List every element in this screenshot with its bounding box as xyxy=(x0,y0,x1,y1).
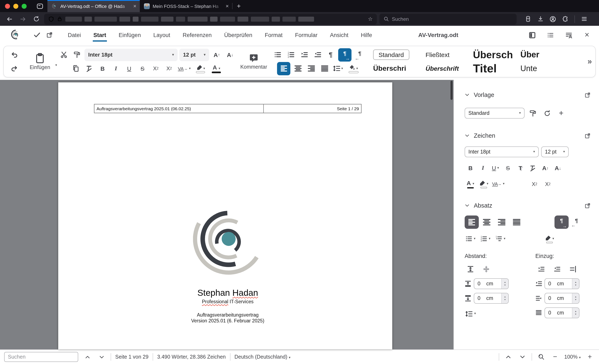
superscript-icon[interactable]: X2 xyxy=(163,62,175,74)
align-left-icon[interactable] xyxy=(277,62,291,75)
clear-formatting-icon[interactable] xyxy=(527,162,539,174)
format-paintbrush-icon[interactable] xyxy=(71,49,83,61)
lock-icon[interactable] xyxy=(57,16,62,22)
align-center-icon[interactable] xyxy=(292,62,304,74)
new-tab-button[interactable]: + xyxy=(233,0,245,12)
font-name-dropdown-icon[interactable]: ▾ xyxy=(172,53,174,56)
minimize-window-button[interactable] xyxy=(13,4,18,9)
open-dialog-icon[interactable] xyxy=(584,92,591,98)
ltr-direction-icon[interactable]: ¶ → xyxy=(338,48,352,61)
previous-page-icon[interactable] xyxy=(503,352,513,362)
style-ueberschrift-4[interactable]: Überschrift xyxy=(420,65,469,72)
style-untertitel[interactable]: Unte xyxy=(518,64,557,73)
paste-button[interactable]: Einfügen ▾ xyxy=(22,48,58,75)
grow-font-icon[interactable]: A↑ xyxy=(211,49,222,61)
indent-after-text-icon[interactable] xyxy=(567,263,579,275)
menu-ansicht[interactable]: Ansicht xyxy=(324,26,355,44)
spinner-arrows[interactable]: ▴▾ xyxy=(572,279,579,289)
font-size-combobox[interactable]: 12 pt ▾ xyxy=(179,48,209,61)
ltr-direction-icon[interactable]: ¶ → xyxy=(555,215,569,229)
grow-font-icon[interactable]: A↑ xyxy=(539,162,551,174)
shrink-font-icon[interactable]: A↓ xyxy=(224,49,236,61)
line-spacing-icon[interactable]: ▾ xyxy=(465,308,477,320)
underline-icon[interactable]: U▾ xyxy=(490,162,501,174)
bullet-list-icon[interactable] xyxy=(272,49,283,61)
shield-icon[interactable] xyxy=(48,16,54,22)
word-count[interactable]: 3.490 Wörter, 28.386 Zeichen xyxy=(157,354,226,360)
downloads-icon[interactable] xyxy=(535,14,546,24)
increase-indent-icon[interactable] xyxy=(298,49,310,61)
user-list-icon[interactable] xyxy=(562,29,575,41)
sidebar-font-name-select[interactable]: Inter 18pt ▾ xyxy=(465,146,539,157)
space-below-spinfield[interactable]: 0 cm ▴▾ xyxy=(474,293,509,304)
line-spacing-icon[interactable]: ▾ xyxy=(332,62,344,74)
rtl-direction-icon[interactable]: ¶ ← xyxy=(353,48,366,61)
align-center-icon[interactable] xyxy=(480,216,494,228)
outline-list-icon[interactable]: 1 ▾ xyxy=(495,233,506,245)
open-in-new-icon[interactable] xyxy=(43,29,56,41)
subscript-icon[interactable]: X2 xyxy=(542,178,554,190)
spinner-arrows[interactable]: ▴▾ xyxy=(572,293,579,303)
search-previous-icon[interactable] xyxy=(82,352,92,362)
style-fliesstext[interactable]: Fließtext xyxy=(420,51,469,58)
close-document-icon[interactable]: × xyxy=(581,29,593,41)
indent-before-spinfield[interactable]: 0 cm ▴▾ xyxy=(545,278,580,289)
undo-icon[interactable] xyxy=(8,49,20,61)
document-search-input[interactable]: Suchen xyxy=(4,352,78,362)
space-above-spinfield[interactable]: 0 cm ▴▾ xyxy=(474,278,509,289)
indent-after-spinfield[interactable]: 0 cm ▴▾ xyxy=(545,293,580,304)
toolbar-overflow-button[interactable]: » xyxy=(588,57,592,66)
character-spacing-icon[interactable]: VA↔▾ xyxy=(176,62,192,74)
menu-start[interactable]: Start xyxy=(87,26,113,44)
redo-icon[interactable] xyxy=(8,62,20,74)
style-titel[interactable]: Titel xyxy=(469,62,518,75)
strikethrough-icon[interactable]: S xyxy=(137,62,148,74)
page-count[interactable]: Seite 1 von 29 xyxy=(115,354,149,360)
list-view-icon[interactable] xyxy=(544,29,556,41)
font-name-combobox[interactable]: Inter 18pt ▾ xyxy=(84,48,178,61)
character-spacing-icon[interactable]: VA↔▾ xyxy=(491,178,505,190)
next-page-icon[interactable] xyxy=(517,352,527,362)
font-color-icon[interactable]: A▾ xyxy=(465,178,476,190)
paste-dropdown-icon[interactable]: ▾ xyxy=(55,64,57,67)
menu-layout[interactable]: Layout xyxy=(147,26,176,44)
document-page[interactable]: Auftragsverarbeitungsvertrag 2025.01 (06… xyxy=(58,82,392,349)
menu-format[interactable]: Format xyxy=(258,26,289,44)
search-next-icon[interactable] xyxy=(97,352,106,362)
style-ueberschrift-1[interactable]: Übersch xyxy=(469,49,518,61)
bold-icon[interactable]: B xyxy=(97,62,108,74)
paragraph-background-icon[interactable]: ▾ xyxy=(544,233,555,245)
increase-indent-icon[interactable] xyxy=(535,263,547,275)
increase-paragraph-spacing-icon[interactable] xyxy=(465,263,476,275)
menu-hamburger-icon[interactable] xyxy=(579,14,590,24)
superscript-icon[interactable]: X2 xyxy=(529,178,540,190)
browser-tab-active[interactable]: AV-Vertrag.odt – Office @ Hada × xyxy=(47,0,140,12)
numbered-list-icon[interactable]: 123 xyxy=(285,49,297,61)
language-selector[interactable]: Deutsch (Deutschland) ▾ xyxy=(234,354,290,360)
bold-icon[interactable]: B xyxy=(465,162,476,174)
bookmark-star-icon[interactable]: ☆ xyxy=(368,16,373,22)
decrease-paragraph-spacing-icon[interactable] xyxy=(480,263,492,275)
close-window-button[interactable] xyxy=(5,4,10,9)
insert-comment-button[interactable]: Kommentar xyxy=(236,48,272,75)
justify-icon[interactable] xyxy=(510,216,524,228)
tab-close-icon[interactable]: × xyxy=(133,3,136,9)
reload-icon[interactable] xyxy=(31,14,42,24)
first-line-indent-spinfield[interactable]: 0 cm ▴▾ xyxy=(545,307,580,318)
menu-einfuegen[interactable]: Einfügen xyxy=(113,26,147,44)
open-dialog-icon[interactable] xyxy=(584,133,591,139)
browser-tab-inactive[interactable]: Mein FOSS-Stack – Stephan Ha × xyxy=(140,0,232,12)
background-color-icon[interactable]: ▾ xyxy=(346,62,361,74)
zoom-reset-icon[interactable] xyxy=(536,352,546,362)
fullscreen-window-button[interactable] xyxy=(22,4,27,9)
document-canvas[interactable]: Auftragsverarbeitungsvertrag 2025.01 (06… xyxy=(0,80,453,349)
paragraph-style-select[interactable]: Standard ▾ xyxy=(465,108,525,119)
underline-icon[interactable]: U xyxy=(123,62,135,74)
font-color-icon[interactable]: A ▾ xyxy=(210,62,224,74)
decrease-indent-icon[interactable] xyxy=(551,263,563,275)
update-style-icon[interactable] xyxy=(541,107,553,119)
tab-overview-icon[interactable] xyxy=(32,0,47,12)
cut-icon[interactable] xyxy=(58,49,70,61)
zoom-out-icon[interactable]: − xyxy=(550,352,560,362)
style-standard[interactable]: Standard xyxy=(371,50,420,60)
